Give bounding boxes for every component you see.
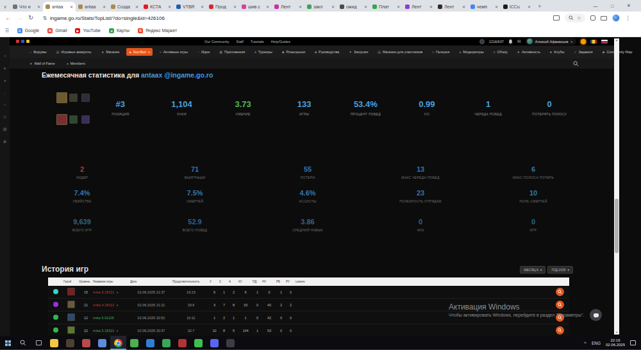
flag-ru-icon[interactable] — [601, 40, 608, 44]
tab-close-icon[interactable]: ✕ — [462, 4, 465, 9]
flag-ro-icon[interactable] — [590, 40, 597, 44]
back-button[interactable]: ← — [5, 15, 12, 21]
tab-close-icon[interactable]: ✕ — [429, 4, 433, 9]
nav-item[interactable]: ≡ Обзор ▾ — [491, 48, 510, 56]
page-scrollbar[interactable]: ▲ ▼ — [614, 38, 619, 335]
window-maximize-button[interactable]: □ — [604, 4, 620, 8]
taskbar-app[interactable] — [110, 336, 126, 350]
sidebar-tool-icon[interactable]: ↓ — [4, 90, 6, 95]
tab-close-icon[interactable]: ✕ — [103, 4, 106, 9]
language-indicator[interactable]: ENG — [592, 341, 601, 345]
taskbar-app[interactable] — [158, 336, 174, 350]
browser-tab[interactable]: iCCu ✕ — [501, 2, 533, 12]
taskbar-app[interactable] — [190, 336, 206, 350]
nav-item[interactable]: ■ Руководства ▾ — [312, 48, 342, 56]
nav-item[interactable]: ▼ Загрузки ▾ — [346, 48, 370, 56]
tab-close-icon[interactable]: ✕ — [364, 4, 367, 9]
tab-close-icon[interactable]: ✕ — [233, 4, 237, 9]
hero-icon[interactable] — [69, 115, 78, 124]
bookmark-item[interactable]: G Google — [17, 28, 40, 33]
taskbar-app[interactable] — [78, 336, 94, 350]
sidebar-tool-icon[interactable]: + — [3, 103, 6, 107]
browser-tab[interactable]: Созда ✕ — [108, 2, 141, 12]
browser-tab[interactable]: antaa ✕ — [76, 2, 108, 12]
browser-tab[interactable]: Лент ✕ — [403, 2, 435, 12]
nav-item[interactable]: ● ХостБот ▾ — [126, 48, 152, 56]
hero-icon[interactable] — [81, 94, 90, 102]
player-profile-link[interactable]: antaax @ingame.go.ro — [141, 71, 213, 79]
view-game-button[interactable] — [556, 288, 564, 296]
nav-item[interactable]: ★ Wall of Fame — [27, 60, 58, 67]
taskbar-app[interactable] — [62, 336, 78, 350]
sidebar-tool-icon[interactable]: ✉ — [3, 115, 7, 119]
address-bar[interactable]: ⇅ ingame.go.ro/Stats/TopList/?do=single&… — [38, 13, 547, 23]
hero-icon[interactable] — [56, 114, 67, 125]
utility-link[interactable]: Staff — [237, 40, 244, 44]
tab-close-icon[interactable]: ✕ — [201, 4, 204, 9]
sidebar-tool-icon[interactable]: ◆ — [3, 139, 6, 144]
view-game-button[interactable] — [556, 301, 564, 309]
tab-close-icon[interactable]: ✕ — [135, 4, 138, 9]
taskbar-app[interactable] — [222, 336, 238, 350]
utility-link[interactable]: Our Community — [204, 40, 229, 44]
bookmark-item[interactable]: ▶ YouTube — [75, 28, 101, 33]
scroll-down-icon[interactable]: ▼ — [615, 331, 618, 335]
browser-tab[interactable]: Лент ✕ — [272, 2, 304, 12]
tab-close-icon[interactable]: ✕ — [495, 4, 498, 9]
nav-item[interactable]: ○ Идеи ▾ — [195, 48, 212, 56]
nav-item[interactable]: ● Members — [64, 60, 88, 67]
utility-link[interactable]: Tutorials — [251, 40, 264, 44]
taskbar-app[interactable] — [94, 336, 110, 350]
tab-close-icon[interactable]: ✕ — [266, 4, 269, 9]
bookmark-item[interactable]: M Gmail — [47, 28, 67, 33]
tab-close-icon[interactable]: ✕ — [168, 4, 171, 9]
taskbar-app[interactable] — [174, 336, 190, 350]
nav-item[interactable]: ● Модераторы ▾ — [456, 48, 486, 56]
clock[interactable]: 22:16 02.06.2025 — [606, 338, 625, 347]
filter-dropdown[interactable]: ГОД 2025 ▾ — [547, 266, 573, 274]
sidebar-tool-icon[interactable]: ≡ — [3, 54, 6, 58]
scrollbar-thumb[interactable] — [615, 199, 619, 253]
reload-button[interactable]: ↻ — [28, 15, 33, 21]
browser-tab[interactable]: Лент ✕ — [435, 2, 468, 12]
tab-close-icon[interactable]: ✕ — [299, 4, 302, 9]
user-menu[interactable]: Алексей Афанасьев ▾ — [526, 38, 576, 45]
nav-item[interactable]: ✓ Задания ▾ — [571, 48, 595, 56]
site-search-button[interactable] — [573, 58, 579, 69]
nav-item[interactable]: ★ Активность ▾ — [514, 48, 542, 56]
browser-tab[interactable]: antaa ✕ — [43, 2, 76, 12]
start-button[interactable] — [0, 336, 15, 350]
game-name-link[interactable]: imba 4.18321 — [93, 303, 114, 307]
sidebar-tool-icon[interactable]: ● — [3, 78, 6, 83]
nav-item[interactable]: □ Галерея ▾ — [429, 48, 452, 56]
nav-item[interactable]: ◄ Магазин ▾ — [98, 48, 122, 56]
taskbar-app[interactable] — [126, 336, 142, 350]
feedback-bubble-button[interactable] — [590, 309, 602, 321]
browser-tab[interactable]: Что и ✕ — [10, 2, 43, 12]
tab-close-icon[interactable]: ✕ — [70, 4, 73, 9]
install-icon[interactable] — [553, 15, 560, 21]
table-row[interactable]: 15 imba 5.18321 ▾ 02.06.2025 21:37 16:23… — [48, 286, 569, 299]
site-settings-icon[interactable]: ⇅ — [42, 15, 47, 21]
theme-sun-icon[interactable] — [581, 39, 586, 44]
status-icon[interactable] — [479, 39, 485, 44]
browser-tab[interactable]: VTBR ✕ — [174, 2, 206, 12]
taskbar-app[interactable] — [142, 336, 158, 350]
nav-item[interactable]: ♦ Турниры ▾ — [252, 48, 274, 56]
tab-close-icon[interactable]: ✕ — [528, 4, 531, 9]
bookmark-item[interactable]: ● Карты — [109, 28, 129, 33]
nav-item[interactable]: ⌂ Форумы ▾ — [27, 48, 49, 56]
bell-icon[interactable] — [508, 39, 513, 44]
new-tab-button[interactable]: + — [535, 2, 544, 11]
tab-close-icon[interactable]: ✕ — [397, 4, 400, 9]
table-row[interactable]: 22 imba 5.18321 ▾ 02.06.2025 20:37 32.7 … — [48, 324, 569, 336]
tab-close-icon[interactable]: ✕ — [331, 4, 335, 9]
browser-menu-icon[interactable]: ⋮ — [625, 15, 631, 21]
browser-tab[interactable]: закл ✕ — [304, 2, 337, 12]
game-name-link[interactable]: imba 5.18321 — [93, 290, 114, 294]
extensions-icon[interactable] — [590, 15, 595, 21]
nav-item[interactable]: ♣ Клубы ▾ — [547, 48, 567, 56]
zoom-indicator[interactable]: ☆ — [565, 13, 585, 22]
bookmark-star-icon[interactable]: ☆ — [577, 15, 581, 21]
utility-link[interactable]: Help/Guides — [271, 40, 290, 44]
